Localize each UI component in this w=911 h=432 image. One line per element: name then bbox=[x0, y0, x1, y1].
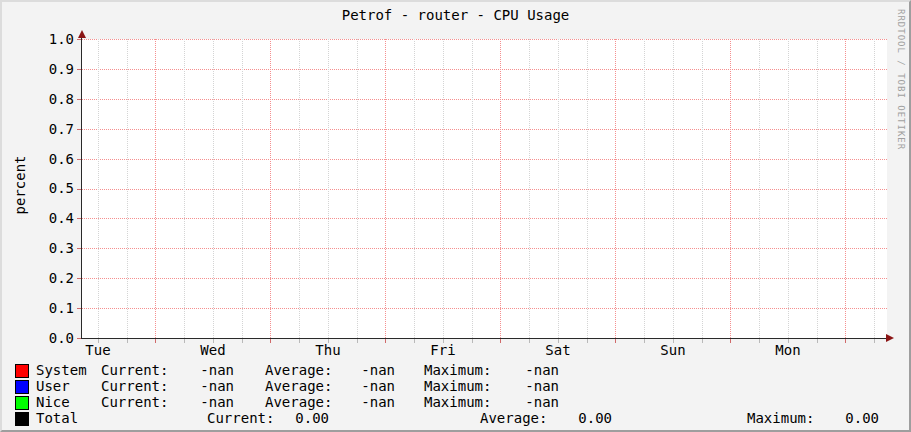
x-axis-minor-tick bbox=[299, 339, 300, 343]
x-axis-minor-tick bbox=[184, 339, 185, 343]
x-tick-label: Wed bbox=[173, 342, 253, 358]
minor-gridline-vertical bbox=[702, 39, 703, 338]
legend-average-label: Average: bbox=[265, 363, 332, 378]
legend-current-value: -nan bbox=[170, 363, 234, 378]
major-gridline-vertical bbox=[270, 39, 271, 338]
major-gridline-vertical bbox=[155, 39, 156, 338]
major-gridline-vertical bbox=[615, 39, 616, 338]
minor-gridline-vertical bbox=[472, 39, 473, 338]
legend-average-label: Average: bbox=[265, 379, 332, 394]
y-axis-tick bbox=[77, 189, 81, 190]
x-axis-major-tick bbox=[730, 339, 731, 343]
x-axis-minor-tick bbox=[817, 339, 818, 343]
legend-swatch-system bbox=[15, 364, 29, 378]
y-axis-tick bbox=[77, 338, 81, 339]
legend-maximum-label: Maximum: bbox=[424, 363, 491, 378]
major-gridline-horizontal bbox=[82, 99, 887, 100]
x-tick-label: Sun bbox=[633, 342, 713, 358]
y-axis-tick bbox=[77, 308, 81, 309]
minor-gridline-vertical bbox=[644, 39, 645, 338]
x-axis-minor-tick bbox=[98, 339, 99, 343]
legend-maximum-value: -nan bbox=[492, 363, 559, 378]
legend-series-name: Nice bbox=[36, 395, 70, 410]
major-gridline-horizontal bbox=[82, 218, 887, 219]
minor-gridline-vertical bbox=[184, 39, 185, 338]
legend-maximum-value: -nan bbox=[492, 379, 559, 394]
legend-row-total: Total Current: 0.00 Average: 0.00 Maximu… bbox=[2, 411, 909, 427]
minor-gridline-vertical bbox=[98, 39, 99, 338]
legend-average-value: -nan bbox=[332, 363, 395, 378]
legend-average-label: Average: bbox=[265, 395, 332, 410]
x-axis-major-tick bbox=[270, 339, 271, 343]
x-tick-label: Fri bbox=[403, 342, 483, 358]
legend-maximum-label: Maximum: bbox=[747, 411, 814, 426]
minor-gridline-vertical bbox=[357, 39, 358, 338]
minor-gridline-vertical bbox=[587, 39, 588, 338]
legend-current-label: Current: bbox=[101, 363, 168, 378]
y-axis-tick bbox=[77, 159, 81, 160]
major-gridline-horizontal bbox=[82, 308, 887, 309]
legend-row-nice: Nice Current: -nan Average: -nan Maximum… bbox=[2, 395, 909, 411]
major-gridline-vertical bbox=[385, 39, 386, 338]
legend-average-value: -nan bbox=[332, 395, 395, 410]
legend-maximum-label: Maximum: bbox=[424, 379, 491, 394]
legend-current-label: Current: bbox=[101, 395, 168, 410]
minor-gridline-vertical bbox=[242, 39, 243, 338]
legend-current-label: Current: bbox=[101, 379, 168, 394]
major-gridline-horizontal bbox=[82, 39, 887, 40]
y-axis-tick bbox=[77, 129, 81, 130]
major-gridline-vertical bbox=[730, 39, 731, 338]
x-axis-minor-tick bbox=[443, 339, 444, 343]
plot-area bbox=[82, 39, 887, 338]
x-axis-minor-tick bbox=[357, 339, 358, 343]
legend-average-value: 0.00 bbox=[542, 411, 612, 426]
minor-gridline-vertical bbox=[414, 39, 415, 338]
minor-gridline-vertical bbox=[874, 39, 875, 338]
x-axis-major-tick bbox=[155, 339, 156, 343]
minor-gridline-vertical bbox=[529, 39, 530, 338]
legend-average-value: -nan bbox=[332, 379, 395, 394]
x-axis-minor-tick bbox=[788, 339, 789, 343]
y-tick-label: 0.9 bbox=[34, 61, 74, 77]
x-axis-arrow-icon bbox=[886, 334, 894, 342]
legend-swatch-nice bbox=[15, 396, 29, 410]
y-tick-label: 0.3 bbox=[34, 240, 74, 256]
legend-swatch-user bbox=[15, 380, 29, 394]
legend-maximum-value: 0.00 bbox=[809, 411, 879, 426]
y-axis-tick bbox=[77, 69, 81, 70]
minor-gridline-vertical bbox=[558, 39, 559, 338]
major-gridline-horizontal bbox=[82, 159, 887, 160]
x-axis-minor-tick bbox=[414, 339, 415, 343]
x-axis-line bbox=[80, 338, 886, 339]
x-axis-major-tick bbox=[385, 339, 386, 343]
major-gridline-vertical bbox=[845, 39, 846, 338]
legend-series-name: Total bbox=[36, 411, 78, 426]
legend-maximum-label: Maximum: bbox=[424, 395, 491, 410]
x-axis-minor-tick bbox=[328, 339, 329, 343]
minor-gridline-vertical bbox=[299, 39, 300, 338]
x-axis-minor-tick bbox=[759, 339, 760, 343]
x-axis-minor-tick bbox=[472, 339, 473, 343]
major-gridline-horizontal bbox=[82, 129, 887, 130]
x-axis-minor-tick bbox=[529, 339, 530, 343]
x-tick-label: Thu bbox=[288, 342, 368, 358]
y-tick-label: 0.4 bbox=[34, 210, 74, 226]
y-tick-label: 1.0 bbox=[34, 31, 74, 47]
legend-series-name: User bbox=[36, 379, 70, 394]
minor-gridline-vertical bbox=[328, 39, 329, 338]
major-gridline-horizontal bbox=[82, 248, 887, 249]
x-axis-minor-tick bbox=[213, 339, 214, 343]
x-axis-minor-tick bbox=[558, 339, 559, 343]
x-tick-label: Sat bbox=[518, 342, 598, 358]
y-axis-line bbox=[81, 33, 82, 338]
x-tick-label: Tue bbox=[58, 342, 138, 358]
y-axis-title: percent bbox=[12, 145, 28, 225]
x-axis-minor-tick bbox=[127, 339, 128, 343]
x-axis-major-tick bbox=[615, 339, 616, 343]
legend-current-value: -nan bbox=[170, 379, 234, 394]
legend-average-label: Average: bbox=[480, 411, 547, 426]
x-tick-label: Mon bbox=[748, 342, 828, 358]
x-axis-minor-tick bbox=[702, 339, 703, 343]
major-gridline-horizontal bbox=[82, 69, 887, 70]
x-axis-minor-tick bbox=[242, 339, 243, 343]
